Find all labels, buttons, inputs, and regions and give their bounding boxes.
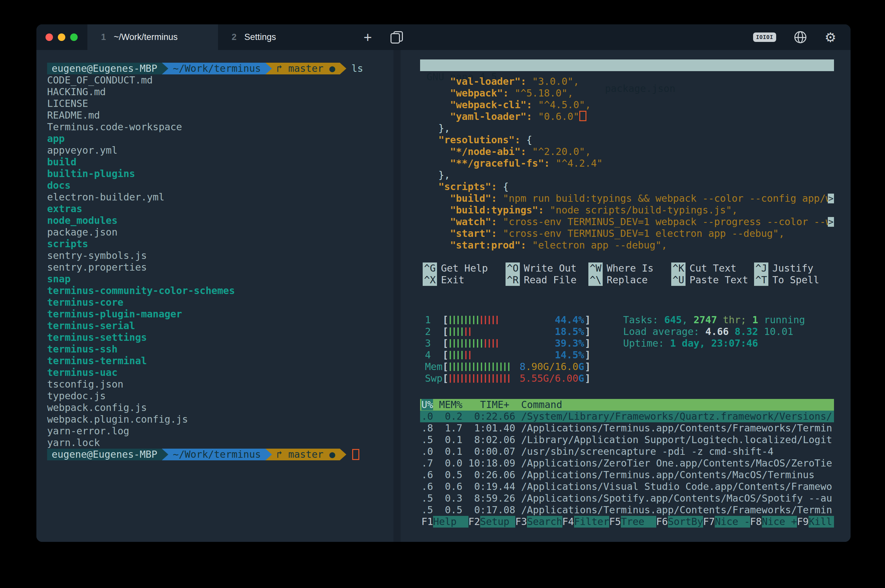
text-token [427,111,450,122]
text-token: { [497,181,509,192]
text-token [427,76,450,87]
ls-output-line: node_modules [47,215,363,226]
htop-fkeys: F1Help F2Setup F3SearchF4FilterF5Tree F6… [420,516,834,528]
fkey-number: F7 [703,516,715,528]
fkey-label: Filter [574,516,609,528]
ls-output-line: terminus-serial [47,320,363,332]
meter-bar: 39.3% [448,338,585,349]
tab-~/Work/terminus[interactable]: 1~/Work/terminus [87,24,218,50]
nano-shortcut-row: ^XExit^RRead File^\Replace^UPaste Text^T… [423,274,834,286]
text-token: Uptime: [623,338,670,349]
htop-meter: 4 [14.5%] [425,349,591,361]
text-token: 8.32 [735,326,764,337]
meter-tick-green [461,316,463,324]
file-name: Terminus.code-workspace [47,121,182,132]
meter-tick-green [461,327,463,336]
meter-tick-red [469,351,471,359]
text-token: }, [438,169,450,181]
meter-bracket: [ [442,373,448,384]
fkey-number: F6 [656,516,668,528]
process-row[interactable]: .0 0.2 0:22.66 /System/Library/Framework… [420,411,834,422]
meter-tick-green [489,363,490,371]
file-name: README.md [47,110,100,121]
tab-title: Settings [244,32,276,42]
directory-name: app [47,133,64,144]
meter-tick-red [492,339,494,348]
serial-port-icon[interactable]: IOIOI [753,33,776,42]
process-row[interactable]: .8 1.7 1:01.40 /Applications/Terminus.ap… [420,422,834,434]
text-token [427,216,450,227]
git-branch-icon: ↱ [276,448,288,460]
ls-output-line: scripts [47,238,363,250]
text-token: "0.6.0" [532,111,579,122]
terminal-pane-left[interactable]: eugene@Eugenes-MBP~/Work/terminus↱ maste… [47,63,363,460]
htop-meter: 3 [39.3%] [425,338,591,349]
git-branch-name: master [288,448,329,460]
prompt-user-segment: eugene@Eugenes-MBP [47,63,162,74]
nano-line: "**/graceful-fs": "^4.2.4" [420,158,834,169]
nano-line: }, [420,123,834,134]
shortcut-label: Get Help [441,262,488,274]
ls-output-line: typedoc.js [47,390,363,402]
nano-line: "webpack": "^5.18.0", [420,87,834,99]
ls-output-line: package.json [47,226,363,238]
text-token: 1 [752,314,758,326]
process-row[interactable]: .5 0.1 8:02.06 /Library/Application Supp… [420,434,834,446]
text-token: "^2.20.0", [526,146,591,157]
line-truncated-marker: > [828,217,834,227]
meter-value: 39.3% [555,338,584,349]
text-token: "3.0.0", [526,76,579,87]
fkey-label: Help [433,516,468,528]
nano-line: "webpack-cli": "^4.5.0", [420,99,834,111]
fkey-number: F2 [468,516,480,528]
git-dirty-dot-icon: ● [330,448,335,460]
meter-tick-green [450,363,451,371]
meter-tick-green [461,339,463,348]
process-row[interactable]: .5 0.3 8:59.26 /Applications/Spotify.app… [420,492,834,504]
text-token: 1 day, 23:07:46 [670,338,758,349]
meter-tick-green [469,363,471,371]
meter-tick-green [450,351,451,359]
text-token [427,228,450,239]
text-token [427,181,438,192]
file-name: yarn.lock [47,437,100,448]
text-token: G [578,373,584,384]
ls-output-line: terminus-uac [47,367,363,378]
text-token [427,169,438,181]
pane-divider[interactable] [393,50,400,542]
text-token: 4.66 [705,326,735,337]
meter-value: 14.5% [555,349,584,361]
text-token: running [758,314,805,326]
meter-bar: 5.55G/6.00G [448,373,585,384]
ls-output-line: yarn-error.log [47,425,363,437]
gear-icon[interactable]: ⚙ [825,31,836,44]
globe-icon[interactable] [794,31,806,43]
nano-shortcut: ^WWhere Is [588,262,671,274]
text-token: "start:prod": [450,239,526,251]
close-button[interactable] [45,33,53,41]
ls-output-line: yarn.lock [47,437,363,448]
tab-Settings[interactable]: 2Settings [218,24,349,50]
minimize-button[interactable] [58,33,65,41]
split-pane-icon[interactable] [390,30,404,45]
terminal-pane-right[interactable]: GNU nano 4.5 package.json "val-loader": … [420,50,834,542]
nano-line: "*/node-abi": "^2.20.0", [420,146,834,158]
zoom-button[interactable] [70,33,78,41]
meter-bracket: ] [585,373,591,384]
htop-meter: 1 [44.4%] [425,314,591,326]
shortcut-key: ^R [506,274,520,286]
process-row[interactable]: .7 0.0 10:18.09 /Applications/ZeroTier O… [420,458,834,469]
process-row[interactable]: .6 0.5 0:26.06 /Applications/Terminus.ap… [420,469,834,481]
prompt-user-segment: eugene@Eugenes-MBP [47,448,162,460]
process-row[interactable]: .5 0.5 0:17.08 /Applications/Terminus.ap… [420,504,834,516]
ls-output-line: HACKING.md [47,86,363,98]
meter-tick-green [504,363,506,371]
process-row[interactable]: .6 0.6 0:19.44 /Applications/Visual Stud… [420,481,834,492]
process-row[interactable]: .0 0.1 0:00.07 /usr/sbin/screencapture -… [420,446,834,458]
text-token: "resolutions": [438,134,520,146]
nano-shortcut-row: ^GGet Help^OWrite Out^WWhere Is^KCut Tex… [423,262,834,274]
shell-prompt: eugene@Eugenes-MBP~/Work/terminus↱ maste… [47,448,363,460]
meter-tick-green [477,316,478,324]
file-name: typedoc.js [47,390,106,402]
new-tab-button[interactable]: + [363,30,372,45]
